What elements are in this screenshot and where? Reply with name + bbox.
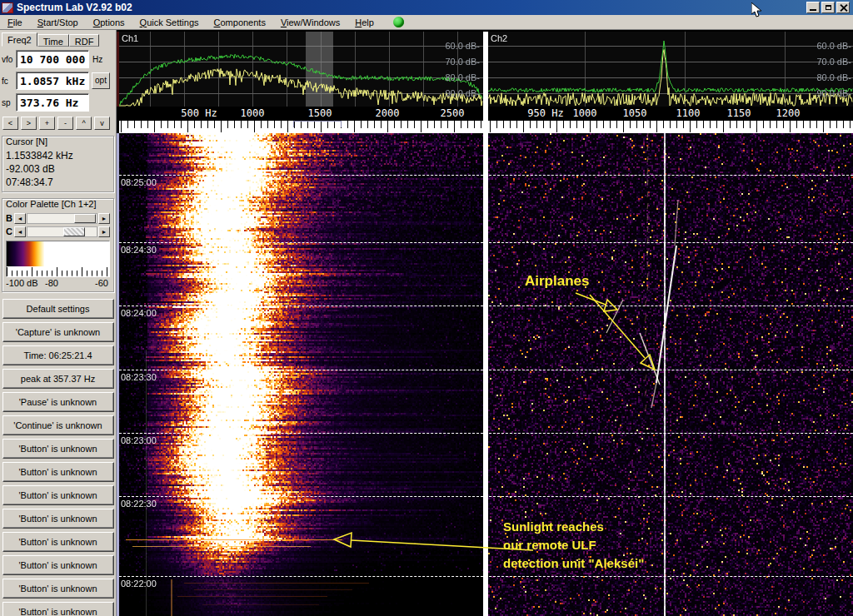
palette-ruler (7, 266, 109, 276)
menu-file[interactable]: File (0, 16, 30, 29)
ch1-db-70: 70.0 dB- (422, 57, 480, 67)
step-right-button[interactable]: > (21, 117, 37, 130)
macro-button-10[interactable]: 'Button' is unknown (2, 509, 114, 529)
close-button[interactable] (836, 2, 850, 13)
minimize-button[interactable] (806, 2, 820, 13)
contrast-thumb[interactable] (63, 227, 85, 236)
vfo-field[interactable]: 10 700 000 (16, 50, 89, 68)
sunlight-annotation-line3: detection unit "Alekséi" (503, 556, 644, 570)
time-gridline (119, 370, 853, 370)
macro-button-8[interactable]: 'Button' is unknown (2, 462, 114, 482)
contrast-left-arrow[interactable]: ◄ (14, 226, 26, 237)
step-left-button[interactable]: < (2, 117, 18, 130)
ch1-tick-500: 500 Hz (181, 107, 217, 119)
macro-button-13[interactable]: 'Button' is unknown (2, 579, 114, 599)
zoom-in-button[interactable]: + (39, 117, 55, 130)
cursor-time: 07:48:34.7 (6, 176, 110, 188)
airplanes-annotation: Airplanes (525, 273, 589, 290)
menu-view-windows[interactable]: View/Windows (273, 16, 347, 29)
time-label-0822: 08:22:00 (121, 579, 157, 589)
cursor-panel: Cursor [N] 1.1533842 kHz -92.003 dB 07:4… (2, 136, 114, 192)
app-icon[interactable] (2, 2, 13, 13)
frequency-tabs: Freq2 Time RDF (2, 32, 114, 47)
menu-start-stop[interactable]: Start/Stop (30, 16, 86, 29)
ch1-db-90: 90.0 dB- (422, 88, 480, 98)
palette-gradient (6, 241, 110, 277)
time-gridline (119, 242, 853, 243)
brightness-slider-label: B (6, 213, 14, 223)
opt-button[interactable]: opt (92, 72, 110, 89)
ch2-db-80: 80.0 dB- (793, 72, 851, 82)
zoom-out-button[interactable]: - (57, 117, 73, 130)
ch2-tick-ruler[interactable] (488, 121, 853, 133)
display-area: Ch1 Ch2 60.0 dB- 70.0 dB- 80.0 dB- 90.0 … (117, 30, 853, 616)
contrast-slider[interactable] (27, 226, 97, 237)
menu-quick-settings[interactable]: Quick Settings (132, 16, 207, 29)
ch2-tick-1150: 1150 (727, 107, 751, 119)
cursor-frequency: 1.1533842 kHz (6, 150, 110, 161)
macro-button-9[interactable]: 'Button' is unknown (2, 485, 114, 505)
vfo-label: vfo (2, 55, 16, 64)
pause-button[interactable]: 'Pause' is unknown (2, 392, 114, 412)
ch1-tick-2500: 2500 (441, 107, 465, 119)
cursor-level: -92.003 dB (6, 163, 110, 175)
passband-cursor-bracket[interactable] (293, 121, 342, 127)
tab-freq2[interactable]: Freq2 (2, 32, 37, 47)
time-gridline (119, 306, 853, 306)
palette-title: Color Palette [Ch 1+2] (6, 199, 110, 209)
tab-rdf[interactable]: RDF (69, 34, 100, 47)
channel-divider (483, 32, 488, 616)
ch2-tick-950: 950 Hz (527, 107, 563, 119)
macro-button-11[interactable]: 'Button' is unknown (2, 532, 114, 552)
default-settings-button[interactable]: Default settings (2, 299, 114, 319)
tab-time[interactable]: Time (37, 34, 69, 47)
continue-button[interactable]: 'Continue' is unknown (2, 415, 114, 435)
time-label-0824: 08:24:00 (121, 308, 157, 318)
macro-button-12[interactable]: 'Button' is unknown (2, 555, 114, 575)
ch2-tick-1100: 1100 (676, 107, 701, 119)
palette-scale-max: -60 (95, 278, 108, 288)
peak-button[interactable]: peak at 357.37 Hz (2, 369, 114, 389)
window-title: Spectrum Lab V2.92 b02 (17, 2, 132, 13)
brightness-slider[interactable] (27, 213, 97, 224)
frequency-nav-buttons: < > + - ^ v (2, 117, 113, 130)
step-down-button[interactable]: v (94, 117, 110, 130)
capture-button[interactable]: 'Capture' is unknown (2, 322, 114, 342)
ch2-tick-1200: 1200 (776, 107, 801, 119)
ch2-tick-1050: 1050 (623, 107, 647, 119)
step-up-button[interactable]: ^ (76, 117, 92, 130)
time-label-082330: 08:23:30 (121, 372, 157, 382)
ch2-label: Ch2 (491, 33, 507, 43)
macro-button-7[interactable]: 'Button' is unknown (2, 439, 114, 459)
sunlight-annotation-line2: our remote ULF (503, 538, 596, 552)
brightness-thumb[interactable] (74, 214, 96, 223)
sunlight-annotation-line1: Sunlight reaches (503, 519, 604, 534)
ch1-tick-1500: 1500 (308, 107, 332, 119)
restore-icon (826, 5, 831, 10)
menu-components[interactable]: Components (207, 16, 273, 29)
ch1-frequency-scale: 500 Hz 1000 1500 2000 2500 (119, 107, 483, 121)
ch2-frequency-scale: 950 Hz 1000 1050 1100 1150 1200 (488, 107, 853, 121)
time-gridline (119, 496, 853, 497)
sp-field[interactable]: 373.76 Hz (16, 93, 89, 112)
ch2-tick-1000: 1000 (573, 107, 597, 119)
macro-button-14[interactable]: 'Button' is unknown (2, 602, 114, 616)
ch1-waterfall-display[interactable] (119, 133, 483, 616)
cursor-panel-title: Cursor [N] (6, 137, 110, 147)
time-label-082430: 08:24:30 (121, 245, 157, 255)
time-gridline (119, 175, 853, 176)
minimize-icon (810, 9, 816, 11)
brightness-left-arrow[interactable]: ◄ (14, 213, 26, 224)
fc-field[interactable]: 1.0857 kHz (16, 72, 89, 90)
contrast-slider-label: C (6, 226, 14, 236)
menu-options[interactable]: Options (86, 16, 132, 29)
ch1-tick-2000: 2000 (376, 107, 400, 119)
brightness-right-arrow[interactable]: ► (98, 213, 110, 224)
time-button[interactable]: Time: 06:25:21.4 (2, 345, 114, 365)
contrast-right-arrow[interactable]: ► (98, 226, 110, 237)
restore-button[interactable] (821, 2, 835, 13)
time-gridline (119, 576, 853, 577)
palette-scale: -100 dB -80 -60 (6, 278, 110, 288)
menu-help[interactable]: Help (347, 16, 382, 29)
palette-gradient-bar (7, 241, 109, 266)
